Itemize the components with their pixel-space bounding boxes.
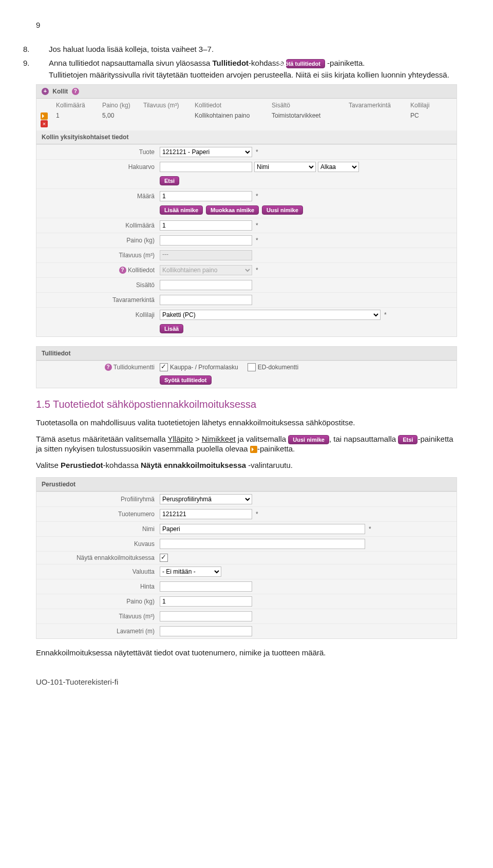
paino-input[interactable] <box>160 235 252 246</box>
tuote-select[interactable]: 1212121 - Paperi <box>160 147 252 157</box>
nimi-input[interactable] <box>160 524 365 534</box>
tavaramerkinta-input[interactable] <box>160 295 252 305</box>
muokkaa-nimike-button[interactable]: Muokkaa nimike <box>206 205 259 215</box>
hakuarvo-type-select[interactable]: Nimi <box>254 162 316 172</box>
tilavuus-input-2[interactable] <box>160 611 252 621</box>
kuvaus-input[interactable] <box>160 539 365 549</box>
delete-icon[interactable]: × <box>41 120 48 127</box>
sisalto-input[interactable] <box>160 280 252 290</box>
tuotenumero-input[interactable] <box>160 509 252 519</box>
paragraph-3: Valitse Perustiedot-kohdassa Näytä ennak… <box>36 461 457 469</box>
profiiliryhma-select[interactable]: Perusprofiiliryhmä <box>160 494 252 504</box>
lisaa-nimike-button[interactable]: Lisää nimike <box>160 205 203 215</box>
etsi-button-inline[interactable]: Etsi <box>398 435 418 444</box>
hakuarvo-input[interactable] <box>160 162 252 172</box>
paragraph-1: Tuotetasolla on mahdollisuus valita tuot… <box>36 418 457 427</box>
tilavuus-field: --- <box>160 250 252 260</box>
tullitiedot-header: Tullitiedot <box>36 347 457 361</box>
closing-paragraph: Ennakkoilmoituksessa näytettävät tiedot … <box>36 648 457 657</box>
uusi-nimike-button-inline[interactable]: Uusi nimike <box>288 435 329 444</box>
lavametri-input[interactable] <box>160 626 252 636</box>
kollit-table-header: Kollimäärä Paino (kg) Tilavuus (m³) Koll… <box>36 99 457 111</box>
paino-input-2[interactable] <box>160 596 252 607</box>
arrow-icon-inline[interactable] <box>250 446 257 453</box>
kollimaara-input[interactable] <box>160 220 252 231</box>
hakuarvo-mode-select[interactable]: Alkaa <box>318 162 359 172</box>
etsi-button[interactable]: Etsi <box>160 176 179 185</box>
help-icon[interactable]: ? <box>105 364 112 371</box>
ed-dokumentti-checkbox[interactable] <box>248 363 256 371</box>
hinta-input[interactable] <box>160 581 252 592</box>
kollitiedot-select: Kollikohtainen paino <box>160 265 252 275</box>
help-icon[interactable]: ? <box>119 267 126 274</box>
kollit-screenshot: + Kollit ? Kollimäärä Paino (kg) Tilavuu… <box>36 84 457 337</box>
heading-1-5: 1.5 Tuotetiedot sähköpostiennakkoilmoitu… <box>36 399 457 410</box>
lisaa-button[interactable]: Lisää <box>160 324 183 333</box>
perustiedot-header: Perustiedot <box>36 478 457 492</box>
plus-icon[interactable]: + <box>42 88 49 95</box>
tullitiedot-screenshot: Tullitiedot ? Tullidokumentti Kauppa- / … <box>36 346 457 388</box>
page-number: 9 <box>36 21 457 29</box>
kollin-details-header: Kollin yksityiskohtaiset tiedot <box>36 130 457 144</box>
perustiedot-screenshot: Perustiedot Profiiliryhmä Perusprofiilir… <box>36 477 457 639</box>
help-icon[interactable]: ? <box>72 88 79 95</box>
kauppa-checkbox[interactable] <box>160 363 168 371</box>
syota-tullitiedot-button[interactable]: Syötä tullitiedot <box>160 375 212 385</box>
expand-icon[interactable] <box>41 112 48 120</box>
list-item-8: 8.Jos haluat luoda lisää kolleja, toista… <box>49 45 457 53</box>
footer-doc-id: UO-101-Tuoterekisteri-fi <box>36 677 457 686</box>
valuutta-select[interactable]: - Ei mitään - <box>160 567 221 577</box>
maara-input[interactable] <box>160 191 252 201</box>
kollilaji-select[interactable]: Paketti (PC) <box>160 310 381 320</box>
list-item-9: 9.Anna tullitiedot napsauttamalla sivun … <box>49 59 457 79</box>
syota-tullitiedot-button-inline[interactable]: Syötä tullitiedot <box>286 59 325 68</box>
kollit-table-row[interactable]: × 1 5,00 Kollikohtainen paino Toimistota… <box>36 111 457 130</box>
paragraph-2: Tämä asetus määritetään valitsemalla Yll… <box>36 435 457 453</box>
kollit-header: + Kollit ? <box>36 85 457 99</box>
nayta-ennakko-checkbox[interactable] <box>160 554 168 562</box>
uusi-nimike-button[interactable]: Uusi nimike <box>262 205 303 215</box>
